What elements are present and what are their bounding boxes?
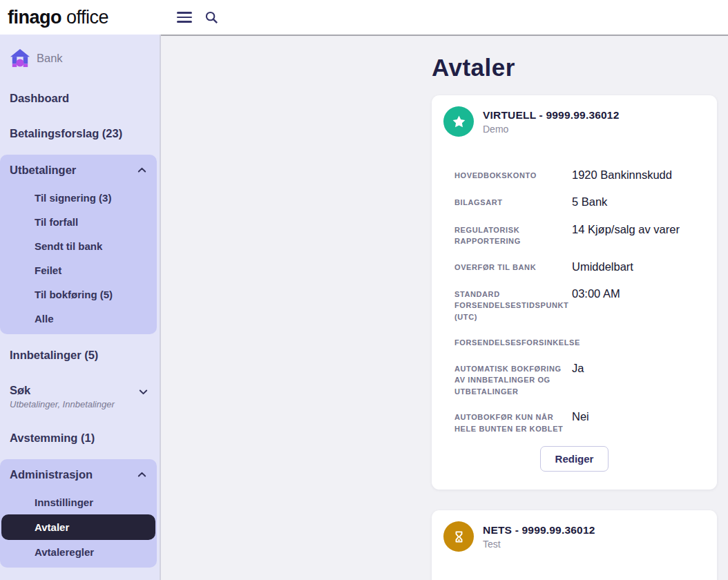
sidebar-item-label: Dashboard <box>10 92 150 105</box>
workspace-bank[interactable]: Bank <box>0 48 160 68</box>
sidebar-section-administrasjon: AdministrasjonInnstillingerAvtalerAvtale… <box>0 459 157 568</box>
field-label: OVERFØR TIL BANK <box>454 259 572 273</box>
sidebar-item-alle[interactable]: Alle <box>0 307 157 331</box>
hourglass-icon <box>443 521 474 552</box>
logo-primary-text: finago <box>8 7 61 28</box>
sidebar-item-label: Administrasjon <box>10 468 93 481</box>
field-value: 1920 Bankinnskudd <box>572 167 694 182</box>
agreement-title-block: VIRTUELL - 9999.99.36012Demo <box>483 109 620 135</box>
field-row: REGULATORISK RAPPORTERING14 Kjøp/salg av… <box>454 222 694 247</box>
sidebar-item-label: Søk <box>10 384 150 397</box>
sidebar-nav: DashboardBetalingsforslag (23)Utbetaling… <box>0 84 160 568</box>
sidebar-item-sok[interactable]: SøkUtbetalinger, Innbetalinger <box>0 376 160 417</box>
sidebar-item-til-signering[interactable]: Til signering (3) <box>0 186 157 210</box>
field-value: Ja <box>572 360 694 376</box>
page-title: Avtaler <box>432 54 717 81</box>
rediger-button[interactable]: Rediger <box>540 446 609 472</box>
field-label: STANDARD FORSENDELSESTIDSPUNKT (UTC) <box>454 286 572 323</box>
sidebar-item-avtaler[interactable]: Avtaler <box>1 514 155 540</box>
sidebar-item-administrasjon[interactable]: Administrasjon <box>0 459 157 490</box>
field-row: HOVEDBOKSKONTO1920 Bankinnskudd <box>454 167 694 182</box>
logo-secondary-text: office <box>66 7 108 28</box>
field-row: AUTOBOKFØR KUN NÅR HELE BUNTEN ER KOBLET… <box>454 409 694 434</box>
agreement-subtitle: Test <box>483 539 595 550</box>
workspace-label: Bank <box>37 52 63 65</box>
sidebar-item-sendt-til-bank[interactable]: Sendt til bank <box>0 234 157 258</box>
chevron-down-icon <box>138 387 149 397</box>
field-value: Nei <box>572 409 694 424</box>
field-label: BILAGSART <box>454 194 572 209</box>
agreement-subtitle: Demo <box>483 124 620 135</box>
chevron-up-icon <box>137 165 147 175</box>
search-icon[interactable] <box>201 0 222 35</box>
app-logo: finago office <box>8 7 108 28</box>
chevron-up-icon <box>137 470 147 480</box>
sidebar-item-innbetalinger[interactable]: Innbetalinger (5) <box>0 341 160 369</box>
topbar: finago office <box>0 0 728 35</box>
field-label: HOVEDBOKSKONTO <box>454 167 572 182</box>
sidebar: Bank DashboardBetalingsforslag (23)Utbet… <box>0 35 161 580</box>
agreement-title: NETS - 9999.99.36012 <box>483 524 595 536</box>
field-row: STANDARD FORSENDELSESTIDSPUNKT (UTC)03:0… <box>454 286 694 323</box>
sidebar-item-til-forfall[interactable]: Til forfall <box>0 210 157 234</box>
star-icon <box>443 106 474 137</box>
agreement-card-header: VIRTUELL - 9999.99.36012Demo <box>443 106 694 137</box>
sidebar-section-utbetalinger: UtbetalingerTil signering (3)Til forfall… <box>0 155 157 334</box>
sidebar-item-label: Avstemming (1) <box>10 432 150 445</box>
field-value: 5 Bank <box>572 194 694 209</box>
field-row: OVERFØR TIL BANKUmiddelbart <box>454 259 694 274</box>
field-row: AUTOMATISK BOKFØRING AV INNBETALINGER OG… <box>454 360 694 398</box>
field-label: AUTOBOKFØR KUN NÅR HELE BUNTEN ER KOBLET <box>454 409 572 434</box>
field-value: 14 Kjøp/salg av varer <box>572 222 694 237</box>
main-content: Avtaler VIRTUELL - 9999.99.36012DemoHOVE… <box>161 35 728 580</box>
hamburger-menu-icon[interactable] <box>174 0 195 35</box>
field-label: AUTOMATISK BOKFØRING AV INNBETALINGER OG… <box>454 360 572 398</box>
sidebar-item-subtitle: Utbetalinger, Innbetalinger <box>10 399 150 409</box>
sidebar-item-avtaleregler[interactable]: Avtaleregler <box>0 540 157 564</box>
sidebar-item-label: Betalingsforslag (23) <box>10 127 150 140</box>
sidebar-item-til-bokforing[interactable]: Til bokføring (5) <box>0 282 157 307</box>
field-row: BILAGSART5 Bank <box>454 194 694 209</box>
bank-home-icon <box>10 48 30 68</box>
sidebar-item-betalingsforslag[interactable]: Betalingsforslag (23) <box>0 119 160 148</box>
field-value: 03:00 AM <box>572 286 694 301</box>
field-value: Umiddelbart <box>572 259 694 274</box>
sidebar-item-feilet[interactable]: Feilet <box>0 258 157 282</box>
sidebar-item-avstemming[interactable]: Avstemming (1) <box>0 424 160 452</box>
sidebar-item-innstillinger[interactable]: Innstillinger <box>0 490 157 514</box>
field-row: FORSENDELSESFORSINKELSE <box>454 334 694 349</box>
sidebar-item-utbetalinger[interactable]: Utbetalinger <box>0 155 157 186</box>
agreement-title: VIRTUELL - 9999.99.36012 <box>483 109 620 122</box>
agreement-title-block: NETS - 9999.99.36012Test <box>483 524 595 550</box>
content-column: Avtaler VIRTUELL - 9999.99.36012DemoHOVE… <box>432 36 717 580</box>
field-label: FORSENDELSESFORSINKELSE <box>454 334 572 349</box>
card-actions: Rediger <box>454 446 694 472</box>
agreements-list: VIRTUELL - 9999.99.36012DemoHOVEDBOKSKON… <box>432 95 717 580</box>
agreement-card: VIRTUELL - 9999.99.36012DemoHOVEDBOKSKON… <box>432 95 717 490</box>
sidebar-item-dashboard[interactable]: Dashboard <box>0 84 160 113</box>
sidebar-item-label: Innbetalinger (5) <box>10 349 150 362</box>
sidebar-item-label: Utbetalinger <box>10 164 76 177</box>
field-label: REGULATORISK RAPPORTERING <box>454 222 572 247</box>
agreement-card: NETS - 9999.99.36012Test <box>432 510 717 580</box>
agreement-card-header: NETS - 9999.99.36012Test <box>443 521 694 552</box>
